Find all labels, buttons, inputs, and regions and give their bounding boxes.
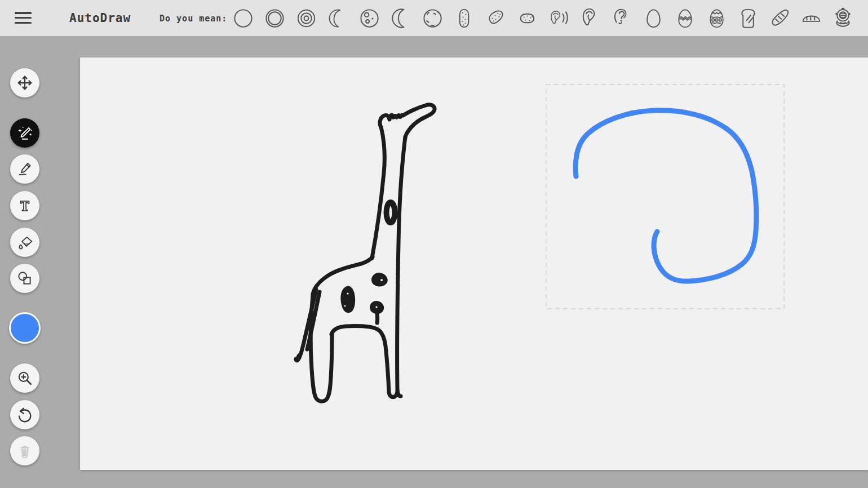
easter-egg-icon xyxy=(705,6,729,30)
delete-button[interactable] xyxy=(10,436,39,465)
suggestion-ear-curly[interactable] xyxy=(610,6,634,30)
suggestion-egg[interactable] xyxy=(641,6,666,30)
hamburger-icon xyxy=(15,12,32,14)
suggestion-diving-helmet[interactable] xyxy=(831,6,855,30)
potato-upright-icon xyxy=(452,6,476,30)
ear-curly-icon xyxy=(610,6,634,30)
concentric-circles-icon xyxy=(294,6,318,30)
pencil-icon xyxy=(16,161,33,178)
potato-flat-icon xyxy=(515,6,539,30)
color-picker[interactable] xyxy=(9,312,41,344)
menu-button[interactable] xyxy=(15,12,32,24)
suggestion-ear[interactable] xyxy=(578,6,603,30)
suggestion-crescent-moon[interactable] xyxy=(389,6,413,30)
zoom-tool[interactable] xyxy=(10,363,39,393)
undo-button[interactable] xyxy=(10,400,39,429)
type-tool[interactable] xyxy=(10,191,39,220)
selected-stroke[interactable] xyxy=(575,110,756,281)
suggestion-bread-loaf[interactable] xyxy=(799,6,823,30)
suggestion-cratered-moon[interactable] xyxy=(420,6,445,30)
suggestion-easter-egg[interactable] xyxy=(705,6,729,30)
zoom-icon xyxy=(16,370,33,387)
giraffe-sketch[interactable] xyxy=(296,105,435,401)
fill-icon xyxy=(16,234,33,251)
cracked-egg-icon xyxy=(673,6,697,30)
suggestion-thin-crescent[interactable] xyxy=(326,6,350,30)
suggestion-cracked-egg[interactable] xyxy=(673,6,697,30)
app-title: AutoDraw xyxy=(69,0,131,36)
circle-icon xyxy=(231,6,255,30)
tool-sidebar xyxy=(8,68,41,465)
suggestion-prompt: Do you mean: xyxy=(160,0,227,36)
ring-icon xyxy=(263,6,287,30)
potato-tilted-icon xyxy=(484,6,508,30)
suggestion-potato-tilted[interactable] xyxy=(484,6,508,30)
suggestion-concentric-circles[interactable] xyxy=(294,6,318,30)
canvas-artwork xyxy=(80,57,868,470)
fill-tool[interactable] xyxy=(10,228,39,257)
suggestion-bread-slice[interactable] xyxy=(736,6,760,30)
crescent-moon-icon xyxy=(389,6,413,30)
select-tool[interactable] xyxy=(10,68,39,97)
shapes-icon xyxy=(16,270,33,287)
full-moon-icon xyxy=(357,6,382,30)
draw-tool[interactable] xyxy=(10,154,39,184)
thin-crescent-icon xyxy=(326,6,350,30)
suggestion-circle[interactable] xyxy=(231,6,255,30)
autodraw-tool[interactable] xyxy=(10,118,39,148)
move-icon xyxy=(16,74,33,91)
baguette-icon xyxy=(768,6,792,30)
magic-pencil-icon xyxy=(16,125,33,141)
shape-tool[interactable] xyxy=(10,264,39,293)
topbar: AutoDraw Do you mean: xyxy=(0,0,868,36)
egg-icon xyxy=(641,6,666,30)
suggestion-bar xyxy=(231,0,855,36)
suggestion-ring[interactable] xyxy=(263,6,287,30)
cratered-moon-icon xyxy=(420,6,445,30)
drawing-canvas[interactable] xyxy=(80,57,868,470)
ear-listening-icon xyxy=(547,6,571,30)
type-icon xyxy=(16,197,33,214)
suggestion-potato-flat[interactable] xyxy=(515,6,539,30)
ear-icon xyxy=(578,6,603,30)
bread-slice-icon xyxy=(736,6,760,30)
suggestion-baguette[interactable] xyxy=(768,6,792,30)
trash-icon xyxy=(16,442,33,459)
diving-helmet-icon xyxy=(831,6,855,30)
suggestion-potato-upright[interactable] xyxy=(452,6,476,30)
bread-loaf-icon xyxy=(799,6,823,30)
suggestion-full-moon[interactable] xyxy=(357,6,382,30)
suggestion-ear-listening[interactable] xyxy=(547,6,571,30)
undo-icon xyxy=(16,406,33,423)
